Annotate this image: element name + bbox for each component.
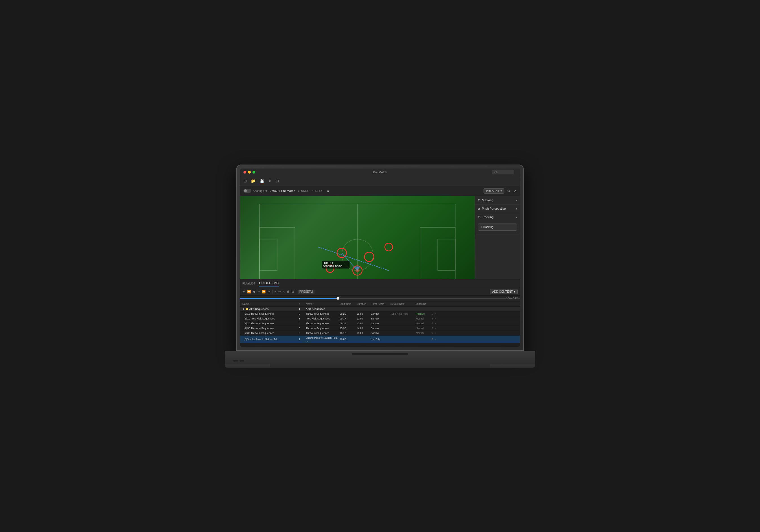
minimize-button[interactable] <box>248 171 251 173</box>
pitch-perspective-chevron: ▾ <box>516 207 517 210</box>
undo-button[interactable]: ↩ UNDO <box>298 189 309 192</box>
toggle-pill <box>244 189 251 193</box>
laptop-foot-right <box>490 364 535 367</box>
col-header-duration: Duration <box>356 303 371 305</box>
star-icon[interactable]: ★ <box>326 189 330 193</box>
toggle-dot <box>244 189 247 192</box>
svg-point-9 <box>364 252 374 261</box>
row-outcome: Neutral <box>416 327 431 330</box>
tracking-badge: 1 Tracking <box>478 223 517 231</box>
rewind-icon[interactable]: ⏪ <box>247 290 251 294</box>
table-row[interactable]: [5] 39 Throw In Sequences 6 Throw In Seq… <box>240 331 520 336</box>
group-num: 1 <box>299 308 306 311</box>
timeline-playhead[interactable] <box>337 297 339 300</box>
search-input[interactable] <box>492 170 514 174</box>
layout-icon[interactable]: ⊡ <box>276 179 279 183</box>
row-dur: 18.00 <box>356 332 371 334</box>
table-row[interactable]: [4] 36 Throw In Sequences 5 Throw In Seq… <box>240 326 520 331</box>
delete-icon[interactable]: 🗑 <box>287 290 290 293</box>
row-icons: ⚙× <box>431 338 436 341</box>
row-num: 3 <box>299 317 306 320</box>
right-panel: ⊡ Masking ▾ ⊠ Pitch <box>475 196 520 279</box>
folder-icon[interactable]: 📁 <box>251 179 256 183</box>
row-team: Hull City <box>371 338 391 341</box>
row-outcome: Positive <box>416 313 431 315</box>
settings-icon[interactable]: ⚙ <box>507 189 511 193</box>
grid-icon[interactable]: ⊞ <box>244 179 247 183</box>
add-content-button[interactable]: ADD CONTENT ▾ <box>490 289 518 294</box>
pitch-perspective-icon: ⊠ <box>478 207 480 211</box>
window-title: Pre Match <box>373 170 387 174</box>
title-bar: Pre Match <box>240 169 520 176</box>
tab-playlist[interactable]: PLAYLIST <box>242 281 255 286</box>
sharing-toggle[interactable]: Sharing Off <box>244 189 267 193</box>
shape-icon[interactable]: △ <box>283 290 285 294</box>
port-usbc-2 <box>240 360 244 362</box>
col-header-name: Name <box>242 303 299 305</box>
loop-icon[interactable]: ↩ <box>258 290 260 294</box>
skip-forward-icon[interactable]: ⏭ <box>267 290 270 293</box>
preset-label[interactable]: PRESET 2 <box>298 290 314 294</box>
app-window: Pre Match ⊞ 📁 💾 ⬆ ⊡ <box>240 169 520 347</box>
row-dur: 16.00 <box>356 313 371 315</box>
row-note[interactable]: Type Note Here <box>391 313 416 315</box>
play-icon[interactable]: ⏺ <box>253 290 256 293</box>
timeline-time: 0:06 / 0:17 <box>505 297 518 300</box>
tracking-chevron: ▾ <box>516 216 517 219</box>
row-num: 2 <box>299 313 306 315</box>
col-header-team: Home Team <box>371 303 391 305</box>
col-header-start: Start Time <box>340 303 356 305</box>
scissors-icon[interactable]: ✂ <box>274 290 277 294</box>
laptop-body: Pre Match ⊞ 📁 💾 ⬆ ⊡ <box>236 165 524 351</box>
present-button[interactable]: PRESENT ▾ <box>484 188 504 194</box>
close-button[interactable] <box>244 171 246 173</box>
row-label: [3] 20 Throw In Sequences <box>242 322 299 325</box>
tracking-title: ⊞ Tracking <box>478 215 494 219</box>
export-icon[interactable]: ⬆ <box>268 179 272 183</box>
pitch-perspective-header[interactable]: ⊠ Pitch Perspective ▾ <box>475 205 520 213</box>
col-header-clip-name: Name <box>306 303 340 305</box>
masking-header[interactable]: ⊡ Masking ▾ <box>475 196 520 204</box>
maximize-button[interactable] <box>253 171 255 173</box>
row-start: 08.20 <box>340 313 356 315</box>
fast-forward-icon[interactable]: ⏩ <box>262 290 266 294</box>
video-placeholder: RB | 14 ROBERTS INSIDE <box>240 196 475 279</box>
table-row-active[interactable]: [2] Vitinho Pass to Nathan Tel... 7 Viti… <box>240 336 520 343</box>
col-header-num: # <box>299 303 306 305</box>
tracking-header[interactable]: ⊞ Tracking ▾ <box>475 213 520 221</box>
copy-icon[interactable]: ⊡ <box>291 290 294 294</box>
tracking-icon: ⊞ <box>478 215 480 219</box>
redo-button[interactable]: ↪ REDO <box>312 189 324 192</box>
row-icons: ⚙× <box>431 322 436 325</box>
toolbar-separator-2 <box>296 290 296 294</box>
group-name: ▼ 📁 AFC Sequences <box>242 308 299 311</box>
draw-icon[interactable]: ✏ <box>278 290 281 294</box>
col-header-note: Default Note <box>391 303 416 305</box>
table-row[interactable]: [2] 19 Free Kick Sequences 3 Free Kick S… <box>240 316 520 321</box>
row-dur: 14.00 <box>356 327 371 330</box>
row-start: 16.83 <box>340 338 356 341</box>
row-icons: ⚙× <box>431 327 436 330</box>
timeline-progress <box>240 298 338 299</box>
table-row[interactable]: [3] 20 Throw In Sequences 4 Throw In Seq… <box>240 321 520 326</box>
tab-bar: PLAYLIST ANNOTATIONS <box>240 279 520 288</box>
tab-annotations[interactable]: ANNOTATIONS <box>259 280 279 286</box>
laptop-base <box>225 351 535 368</box>
row-clip-name: Vitinho Pass to Nathan Tella ... <box>306 336 340 342</box>
row-outcome: Neutral <box>416 317 431 320</box>
table-header: Name # Name Start Time Duration Home Tea… <box>240 301 520 307</box>
row-icons: ⚙× <box>431 317 436 320</box>
save-icon[interactable]: 💾 <box>260 179 264 183</box>
screen-bezel: Pre Match ⊞ 📁 💾 ⬆ ⊡ <box>240 169 520 347</box>
group-header-row[interactable]: ▼ 📁 AFC Sequences 1 AFC Sequences <box>240 307 520 312</box>
external-link-icon[interactable]: ↗ <box>513 189 516 193</box>
row-team: Barrow <box>371 313 391 315</box>
row-label: [2] Vitinho Pass to Nathan Tel... <box>242 338 299 341</box>
skip-back-icon[interactable]: ⏮ <box>242 290 245 293</box>
chevron-down-icon: ▾ <box>500 189 502 192</box>
timeline-area[interactable]: 0:06 / 0:17 <box>240 296 520 301</box>
table-row[interactable]: [1] 18 Throw In Sequences 2 Throw In Seq… <box>240 312 520 316</box>
row-outcome: Neutral <box>416 322 431 325</box>
pitch-perspective-section: ⊠ Pitch Perspective ▾ <box>475 205 520 213</box>
playlist-table: Name # Name Start Time Duration Home Tea… <box>240 301 520 347</box>
